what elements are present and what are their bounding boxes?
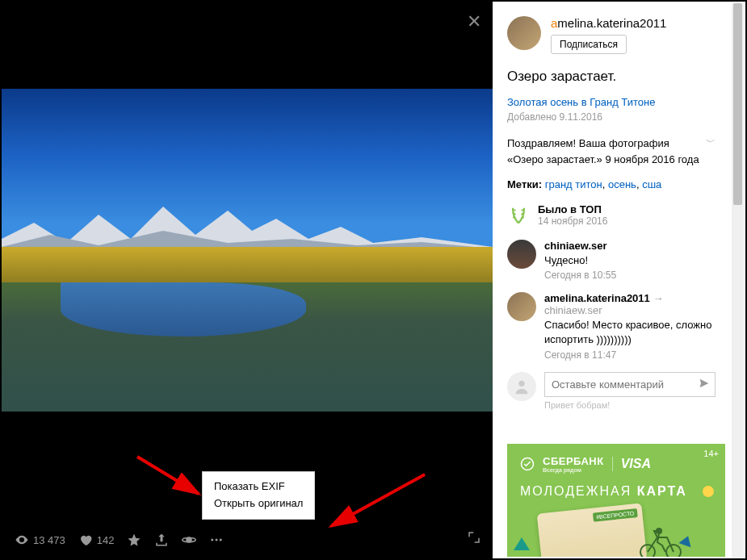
svg-line-3: [331, 474, 425, 526]
photo-image[interactable]: [2, 89, 493, 412]
reply-arrow-icon: →: [653, 292, 663, 304]
likes-button[interactable]: 142: [78, 533, 115, 547]
svg-point-13: [656, 528, 662, 534]
info-panel: amelina.katerina2011 Подписаться Озеро з…: [493, 2, 745, 558]
postcard-button[interactable]: [182, 533, 196, 547]
ad-banner[interactable]: 14+ СБЕРБАНК Всегда рядом VISA МОЛОДЕЖНА…: [507, 444, 725, 557]
comment-item: chiniaew.ser Чудесно! Сегодня в 10:55: [507, 240, 716, 281]
comment-hint: Привет бобрам!: [544, 400, 716, 410]
my-avatar-placeholder: [507, 372, 536, 401]
laurel-icon: [507, 204, 530, 227]
comment-text: Спасибо! Место красивое, сложно испортит…: [544, 318, 716, 347]
likes-value: 142: [97, 534, 115, 546]
scrollbar-track[interactable]: [732, 3, 744, 558]
album-link[interactable]: Золотая осень в Гранд Титоне: [507, 96, 655, 108]
send-icon: [698, 377, 711, 390]
sberbank-logo-icon: [520, 457, 535, 471]
tags-label: Метки:: [507, 178, 542, 190]
menu-item-open-original[interactable]: Открыть оригинал: [214, 495, 303, 512]
more-menu-popup: Показать EXIF Открыть оригинал: [202, 471, 315, 520]
share-button[interactable]: [154, 533, 169, 547]
annotation-arrow: [325, 470, 430, 534]
tag-link[interactable]: гранд титон: [545, 178, 602, 190]
added-date: Добавлено 9.11.2016: [507, 111, 716, 123]
svg-point-8: [220, 539, 222, 541]
more-button[interactable]: [209, 533, 224, 547]
eye-icon: [15, 533, 29, 547]
photo-viewer: ✕ Показать EXIF Открыть оригинал: [0, 0, 747, 560]
subscribe-button[interactable]: Подписаться: [551, 35, 627, 54]
star-icon: [127, 533, 141, 547]
comment-time: Сегодня в 10:55: [544, 270, 616, 281]
top-badge: Было в ТОП 14 ноября 2016: [507, 203, 716, 227]
author-avatar[interactable]: [507, 16, 541, 50]
svg-point-7: [216, 539, 218, 541]
expand-icon: [467, 530, 481, 545]
photo-pane: ✕ Показать EXIF Открыть оригинал: [2, 2, 493, 558]
comment-time: Сегодня в 11:47: [544, 349, 716, 361]
svg-line-2: [137, 457, 199, 494]
reply-to-username[interactable]: chiniaew.ser: [544, 304, 602, 316]
svg-point-9: [518, 380, 524, 386]
scrollbar-thumb[interactable]: [733, 3, 742, 205]
ad-logos: СБЕРБАНК Всегда рядом VISA: [507, 444, 725, 473]
comment-text: Чудесно!: [544, 253, 616, 268]
svg-point-6: [212, 539, 214, 541]
comment-input[interactable]: [544, 372, 716, 397]
comment-form: Привет бобрам!: [507, 372, 716, 410]
chevron-down-icon[interactable]: ﹀: [706, 136, 716, 149]
favorite-button[interactable]: [127, 533, 141, 547]
photo-toolbar: 13 473 142: [15, 533, 224, 547]
views-value: 13 473: [33, 534, 65, 546]
annotation-arrow: [134, 453, 207, 502]
views-count: 13 473: [15, 533, 65, 547]
ad-title: МОЛОДЕЖНАЯ КАРТА: [520, 484, 725, 499]
dots-icon: [209, 533, 224, 547]
comment-item: amelina.katerina2011 → chiniaew.ser Спас…: [507, 292, 716, 360]
top-badge-date: 14 ноября 2016: [538, 215, 607, 227]
congrats-text: Поздравляем! Ваша фотография «Озеро зара…: [507, 136, 699, 167]
commenter-avatar[interactable]: [507, 292, 536, 321]
tags-row: Метки: гранд титон, осень, сша: [507, 178, 716, 190]
fullscreen-button[interactable]: [467, 530, 481, 547]
close-icon[interactable]: ✕: [467, 11, 481, 32]
top-badge-title: Было в ТОП: [538, 203, 607, 215]
commenter-username[interactable]: amelina.katerina2011 → chiniaew.ser: [544, 292, 716, 316]
ad-card-graphic: #ВСЕПРОСТО: [537, 503, 648, 557]
author-block: amelina.katerina2011 Подписаться: [507, 16, 716, 54]
tag-link[interactable]: сша: [642, 178, 661, 190]
commenter-avatar[interactable]: [507, 240, 536, 269]
photo-title: Озеро зарастает.: [507, 69, 716, 85]
author-username[interactable]: amelina.katerina2011: [551, 16, 666, 30]
menu-item-show-exif[interactable]: Показать EXIF: [214, 479, 303, 495]
ad-bike-graphic: [636, 520, 685, 557]
send-button[interactable]: [698, 377, 711, 392]
commenter-username[interactable]: chiniaew.ser: [544, 240, 616, 252]
share-icon: [154, 533, 169, 547]
tag-link[interactable]: осень: [608, 178, 636, 190]
heart-icon: [78, 533, 93, 547]
saturn-icon: [182, 533, 196, 547]
ad-age-label: 14+: [703, 449, 719, 458]
